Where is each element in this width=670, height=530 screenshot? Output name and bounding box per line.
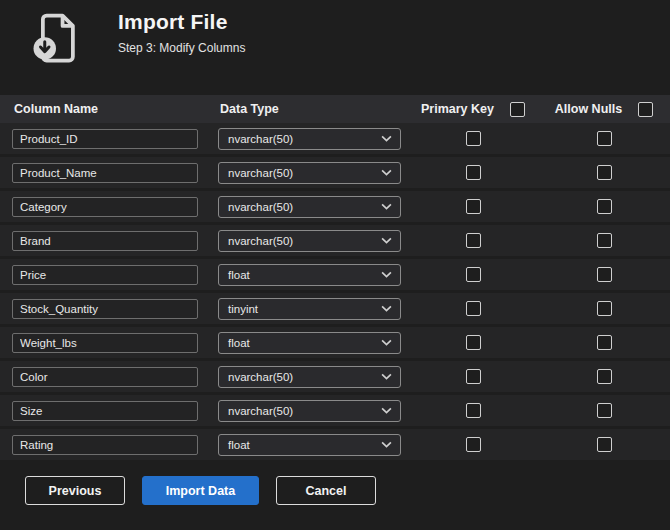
import-file-icon [24, 9, 88, 69]
data-type-value: float [228, 269, 250, 281]
dialog-header: Import File Step 3: Modify Columns [0, 0, 670, 80]
column-name-cell [0, 129, 206, 149]
column-name-input[interactable] [12, 129, 198, 149]
data-type-value: nvarchar(50) [228, 201, 293, 213]
column-name-input[interactable] [12, 401, 198, 421]
chevron-down-icon [381, 237, 392, 244]
data-type-value: nvarchar(50) [228, 235, 293, 247]
allow-nulls-checkbox[interactable] [597, 267, 612, 282]
header-allow-nulls: Allow Nulls [538, 102, 670, 117]
column-name-input[interactable] [12, 265, 198, 285]
primary-key-checkbox[interactable] [466, 437, 481, 452]
header-data-type: Data Type [206, 102, 408, 116]
header-allow-nulls-label: Allow Nulls [555, 102, 622, 116]
allow-nulls-checkbox[interactable] [597, 165, 612, 180]
data-type-cell: float [206, 434, 408, 456]
footer-buttons: Previous Import Data Cancel [0, 463, 670, 505]
import-data-button[interactable]: Import Data [142, 476, 259, 505]
allow-nulls-cell [538, 335, 670, 350]
table-row: float [0, 429, 670, 460]
primary-key-select-all-checkbox[interactable] [510, 102, 525, 117]
column-name-cell [0, 401, 206, 421]
data-type-dropdown[interactable]: nvarchar(50) [218, 400, 401, 422]
primary-key-checkbox[interactable] [466, 301, 481, 316]
primary-key-checkbox[interactable] [466, 267, 481, 282]
data-type-cell: float [206, 264, 408, 286]
cancel-button[interactable]: Cancel [276, 476, 376, 505]
allow-nulls-cell [538, 267, 670, 282]
allow-nulls-cell [538, 369, 670, 384]
allow-nulls-checkbox[interactable] [597, 369, 612, 384]
data-type-dropdown[interactable]: nvarchar(50) [218, 230, 401, 252]
data-type-cell: nvarchar(50) [206, 128, 408, 150]
primary-key-cell [408, 165, 538, 180]
column-name-cell [0, 163, 206, 183]
column-name-cell [0, 435, 206, 455]
allow-nulls-cell [538, 233, 670, 248]
table-row: nvarchar(50) [0, 361, 670, 392]
data-type-dropdown[interactable]: nvarchar(50) [218, 128, 401, 150]
table-row: nvarchar(50) [0, 225, 670, 256]
column-name-input[interactable] [12, 231, 198, 251]
table-row: float [0, 327, 670, 358]
primary-key-checkbox[interactable] [466, 131, 481, 146]
allow-nulls-checkbox[interactable] [597, 403, 612, 418]
primary-key-checkbox[interactable] [466, 165, 481, 180]
data-type-cell: float [206, 332, 408, 354]
column-name-input[interactable] [12, 197, 198, 217]
primary-key-cell [408, 403, 538, 418]
primary-key-checkbox[interactable] [466, 199, 481, 214]
chevron-down-icon [381, 305, 392, 312]
data-type-value: tinyint [228, 303, 258, 315]
allow-nulls-checkbox[interactable] [597, 301, 612, 316]
allow-nulls-cell [538, 437, 670, 452]
primary-key-checkbox[interactable] [466, 335, 481, 350]
table-header-row: Column Name Data Type Primary Key Allow … [0, 95, 670, 123]
column-name-input[interactable] [12, 333, 198, 353]
primary-key-cell [408, 233, 538, 248]
allow-nulls-cell [538, 131, 670, 146]
data-type-dropdown[interactable]: float [218, 332, 401, 354]
chevron-down-icon [381, 407, 392, 414]
allow-nulls-checkbox[interactable] [597, 199, 612, 214]
header-text: Import File Step 3: Modify Columns [118, 9, 245, 55]
column-name-cell [0, 231, 206, 251]
primary-key-checkbox[interactable] [466, 233, 481, 248]
allow-nulls-select-all-checkbox[interactable] [638, 102, 653, 117]
data-type-dropdown[interactable]: nvarchar(50) [218, 196, 401, 218]
data-type-dropdown[interactable]: nvarchar(50) [218, 162, 401, 184]
primary-key-checkbox[interactable] [466, 403, 481, 418]
primary-key-checkbox[interactable] [466, 369, 481, 384]
column-name-input[interactable] [12, 163, 198, 183]
allow-nulls-checkbox[interactable] [597, 335, 612, 350]
chevron-down-icon [381, 135, 392, 142]
data-type-cell: nvarchar(50) [206, 400, 408, 422]
primary-key-cell [408, 335, 538, 350]
table-row: nvarchar(50) [0, 157, 670, 188]
table-row: nvarchar(50) [0, 123, 670, 154]
chevron-down-icon [381, 271, 392, 278]
chevron-down-icon [381, 441, 392, 448]
data-type-cell: tinyint [206, 298, 408, 320]
header-column-name: Column Name [0, 102, 206, 116]
data-type-value: float [228, 439, 250, 451]
allow-nulls-checkbox[interactable] [597, 437, 612, 452]
allow-nulls-checkbox[interactable] [597, 131, 612, 146]
table-row: nvarchar(50) [0, 191, 670, 222]
allow-nulls-cell [538, 403, 670, 418]
data-type-dropdown[interactable]: float [218, 434, 401, 456]
table-row: tinyint [0, 293, 670, 324]
column-name-input[interactable] [12, 367, 198, 387]
column-name-cell [0, 299, 206, 319]
column-name-input[interactable] [12, 299, 198, 319]
column-name-cell [0, 197, 206, 217]
column-name-input[interactable] [12, 435, 198, 455]
allow-nulls-checkbox[interactable] [597, 233, 612, 248]
previous-button[interactable]: Previous [25, 476, 125, 505]
data-type-dropdown[interactable]: nvarchar(50) [218, 366, 401, 388]
data-type-value: nvarchar(50) [228, 371, 293, 383]
data-type-dropdown[interactable]: tinyint [218, 298, 401, 320]
header-primary-key-label: Primary Key [421, 102, 494, 116]
page-title: Import File [118, 10, 245, 34]
data-type-dropdown[interactable]: float [218, 264, 401, 286]
